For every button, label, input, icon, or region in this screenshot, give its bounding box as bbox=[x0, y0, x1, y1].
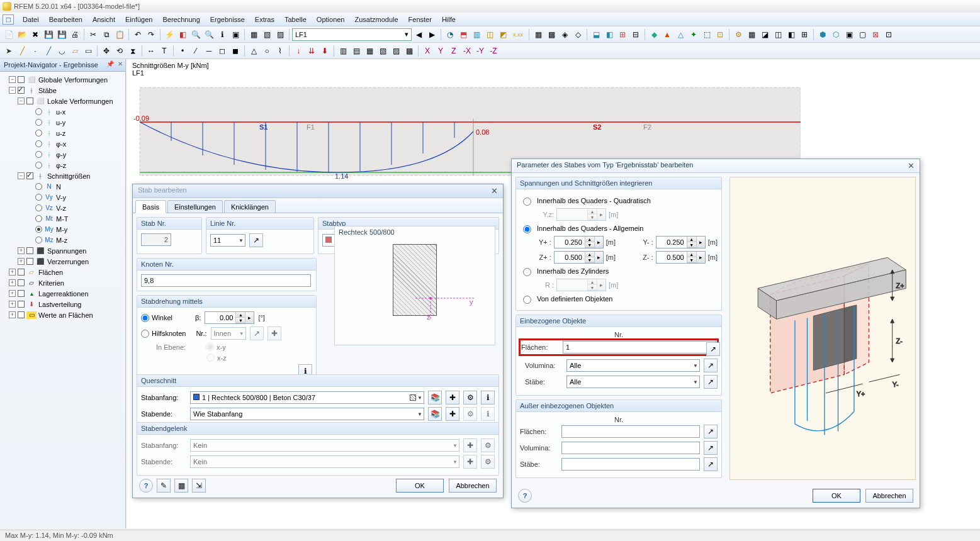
tree-my[interactable]: MyM-y bbox=[1, 224, 124, 235]
surface-icon[interactable]: ▱ bbox=[69, 45, 81, 57]
tree-global-deform[interactable]: −⬜Globale Verformungen bbox=[1, 74, 124, 85]
tbtn-f[interactable]: ▦ bbox=[532, 28, 544, 41]
qs2-lib-icon[interactable]: 📚 bbox=[428, 407, 442, 421]
tbtn-z3[interactable]: ▣ bbox=[843, 28, 855, 41]
dialog-param-title[interactable]: Parameter des Stabes vom Typ 'Ergebnisst… bbox=[512, 159, 920, 173]
results-icon[interactable]: ◧ bbox=[176, 28, 189, 41]
res2-icon[interactable]: ▤ bbox=[350, 45, 363, 57]
tbtn-z2[interactable]: ⬡ bbox=[830, 28, 842, 41]
sel-member-icon[interactable]: ─ bbox=[203, 45, 215, 57]
save-icon[interactable]: 💾 bbox=[42, 28, 55, 41]
res1-icon[interactable]: ▥ bbox=[337, 45, 349, 57]
tbtn-y[interactable]: ⊞ bbox=[798, 28, 811, 41]
node-icon[interactable]: · bbox=[29, 45, 42, 57]
menu-extras[interactable]: Extras bbox=[250, 14, 279, 25]
param-ok-button[interactable]: OK bbox=[813, 489, 860, 503]
table-icon[interactable]: ▦ bbox=[174, 479, 188, 493]
input-ex-flaechen[interactable] bbox=[561, 425, 700, 438]
calc-icon[interactable]: ⚡ bbox=[163, 28, 176, 41]
tree-werte[interactable]: +▭Werte an Flächen bbox=[1, 310, 124, 320]
help-button[interactable]: ? bbox=[139, 479, 153, 493]
tbtn-n[interactable]: ◆ bbox=[648, 28, 660, 41]
ok-button[interactable]: OK bbox=[396, 479, 444, 493]
radio-allgemein[interactable]: Innerhalb des Quaders - Allgemein bbox=[520, 223, 718, 233]
res4-icon[interactable]: ▧ bbox=[376, 45, 389, 57]
solid-icon[interactable]: ▭ bbox=[82, 45, 94, 57]
menu-hilfe[interactable]: Hilfe bbox=[437, 14, 461, 25]
zoom-out-icon[interactable]: 🔍 bbox=[203, 28, 215, 41]
pick-line-icon[interactable]: ↗ bbox=[249, 233, 263, 247]
tbtn-v[interactable]: ◪ bbox=[758, 28, 771, 41]
menu-bearbeiten[interactable]: Bearbeiten bbox=[44, 14, 87, 25]
tree-schnitt[interactable]: −⟊Schnittgrößen bbox=[1, 170, 124, 181]
dialog-param-close-icon[interactable]: ✕ bbox=[906, 161, 916, 170]
pick-ex-staebe-icon[interactable]: ↗ bbox=[704, 457, 718, 471]
combo-volumina[interactable]: Alle▼ bbox=[566, 359, 700, 372]
open-icon[interactable]: 📂 bbox=[16, 28, 28, 41]
pick-ex-flaechen-icon[interactable]: ↗ bbox=[704, 425, 718, 438]
combo-linie-nr[interactable]: 11▼ bbox=[210, 234, 245, 247]
menu-tabelle[interactable]: Tabelle bbox=[279, 14, 312, 25]
spinner-yp[interactable]: ▲▼▸ bbox=[554, 236, 604, 248]
z-icon[interactable]: Z bbox=[448, 45, 460, 57]
tree-phix[interactable]: ⟊φ-x bbox=[1, 138, 124, 149]
input-ex-volumina[interactable] bbox=[561, 442, 700, 454]
pick-flaechen-icon[interactable]: ↗ bbox=[706, 342, 720, 356]
tbtn-q[interactable]: ✦ bbox=[687, 28, 700, 41]
radio-quadratisch[interactable]: Innerhalb des Quaders - Quadratisch bbox=[520, 196, 718, 206]
load1-icon[interactable]: ↓ bbox=[292, 45, 305, 57]
tbtn-d[interactable]: ◫ bbox=[483, 28, 496, 41]
move-icon[interactable]: ✥ bbox=[100, 45, 113, 57]
tree-flaechen[interactable]: +▱Flächen bbox=[1, 267, 124, 277]
combo-stabende[interactable]: Wie Stabanfang▼ bbox=[190, 408, 424, 420]
tab-basis[interactable]: Basis bbox=[135, 200, 166, 213]
copy-icon[interactable]: ⧉ bbox=[100, 28, 113, 41]
paste-icon[interactable]: 📋 bbox=[113, 28, 126, 41]
tree-uy[interactable]: ⟊u-y bbox=[1, 117, 124, 128]
member-icon[interactable]: ╱ bbox=[42, 45, 55, 57]
tree-vz[interactable]: VzV-z bbox=[1, 203, 124, 213]
menu-ergebnisse[interactable]: Ergebnisse bbox=[205, 14, 250, 25]
measure-icon[interactable]: x.xx bbox=[510, 28, 526, 41]
window-icon[interactable]: ▣ bbox=[229, 28, 242, 41]
radio-zylinder[interactable]: Innerhalb des Zylinders bbox=[520, 266, 718, 276]
tbtn-r[interactable]: ⬚ bbox=[701, 28, 713, 41]
cancel-button[interactable]: Abbrechen bbox=[449, 479, 497, 493]
menu-optionen[interactable]: Optionen bbox=[312, 14, 350, 25]
radio-winkel[interactable]: Winkel bbox=[141, 314, 172, 322]
tbtn-j[interactable]: ⬓ bbox=[590, 28, 602, 41]
info-icon[interactable]: ℹ bbox=[216, 28, 228, 41]
menu-einfuegen[interactable]: Einfügen bbox=[120, 14, 157, 25]
tbtn-g[interactable]: ▩ bbox=[545, 28, 558, 41]
grid-icon[interactable]: ▦ bbox=[247, 28, 260, 41]
new-icon[interactable]: 📄 bbox=[3, 28, 15, 41]
x-icon[interactable]: X bbox=[421, 45, 434, 57]
res5-icon[interactable]: ▨ bbox=[390, 45, 402, 57]
tab-einstellungen[interactable]: Einstellungen bbox=[167, 200, 223, 213]
tbtn-z6[interactable]: ⊡ bbox=[882, 28, 895, 41]
combo-flaechen[interactable]: 1▼ bbox=[563, 341, 716, 354]
tbtn-p[interactable]: △ bbox=[674, 28, 687, 41]
tree-mz[interactable]: MzM-z bbox=[1, 235, 124, 245]
view2-icon[interactable]: ▨ bbox=[274, 28, 286, 41]
radio-hilfsknoten[interactable]: Hilfsknoten bbox=[141, 330, 186, 338]
spinner-zp[interactable]: ▲▼▸ bbox=[554, 251, 604, 264]
load3-icon[interactable]: ⬇ bbox=[318, 45, 331, 57]
tbtn-u[interactable]: ▦ bbox=[745, 28, 758, 41]
sel-node-icon[interactable]: • bbox=[176, 45, 189, 57]
tree-phiz[interactable]: ⟊φ-z bbox=[1, 160, 124, 170]
pick-ex-volumina-icon[interactable]: ↗ bbox=[704, 441, 718, 455]
sel-surface-icon[interactable]: ◻ bbox=[216, 45, 228, 57]
combo-stabanfang[interactable]: 1 | Rechteck 500/800 | Beton C30/37▼ bbox=[190, 391, 424, 404]
param-cancel-button[interactable]: Abbrechen bbox=[865, 489, 913, 503]
tbtn-m[interactable]: ⊟ bbox=[629, 28, 642, 41]
view1-icon[interactable]: ▧ bbox=[261, 28, 273, 41]
zn-icon[interactable]: -Z bbox=[487, 45, 500, 57]
import-icon[interactable]: ⇲ bbox=[192, 479, 206, 493]
tbtn-b[interactable]: ⬒ bbox=[457, 28, 470, 41]
spinner-beta[interactable]: ▲▼▸ bbox=[205, 311, 254, 324]
tree-ux[interactable]: ⟊u-x bbox=[1, 106, 124, 117]
tbtn-k[interactable]: ◧ bbox=[603, 28, 616, 41]
tbtn-w[interactable]: ◫ bbox=[772, 28, 784, 41]
qs1-lib-icon[interactable]: 📚 bbox=[428, 391, 442, 404]
